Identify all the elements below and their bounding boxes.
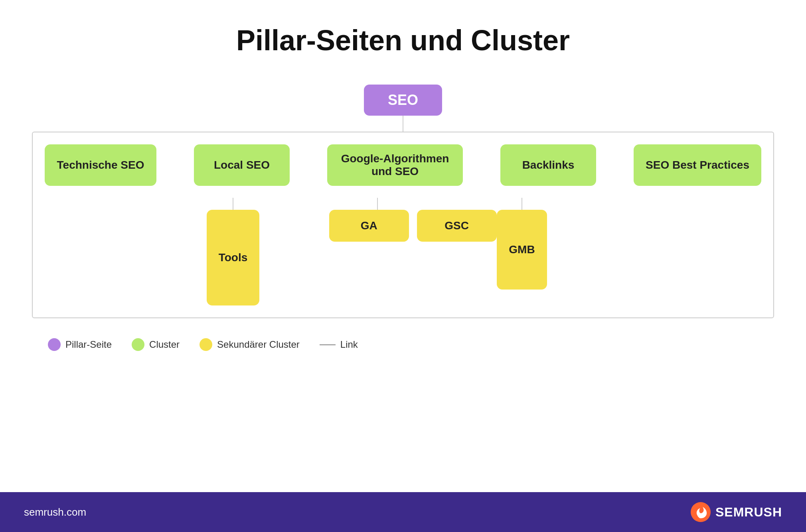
node-local-seo: Local SEO bbox=[194, 144, 290, 186]
local-seo-column: Tools bbox=[185, 198, 281, 305]
main-content: Pillar-Seiten und Cluster SEO Technische… bbox=[0, 0, 806, 492]
google-column: GA GSC bbox=[310, 198, 445, 305]
backlinks-connector-v bbox=[522, 198, 522, 210]
legend-cluster: Cluster bbox=[132, 338, 180, 351]
node-seo-best-practices: SEO Best Practices bbox=[634, 144, 761, 186]
backlinks-column: GMB bbox=[474, 198, 570, 305]
footer: semrush.com SEMRUSH bbox=[0, 492, 806, 532]
legend-dot-pillar bbox=[48, 338, 61, 351]
svg-point-0 bbox=[691, 502, 711, 522]
spacer-technische bbox=[45, 198, 156, 305]
root-node: SEO bbox=[364, 85, 442, 116]
footer-brand: SEMRUSH bbox=[715, 505, 782, 520]
node-ga: GA bbox=[329, 210, 409, 242]
node-technische-seo: Technische SEO bbox=[45, 144, 156, 186]
node-tools: Tools bbox=[207, 210, 260, 305]
page-title: Pillar-Seiten und Cluster bbox=[236, 24, 570, 57]
google-children: GA GSC bbox=[329, 210, 426, 242]
legend-dot-secondary bbox=[200, 338, 212, 351]
footer-logo: SEMRUSH bbox=[691, 502, 782, 522]
level2-row: Tools GA GSC bbox=[45, 198, 761, 305]
legend-dot-cluster bbox=[132, 338, 144, 351]
google-connector-v bbox=[377, 198, 378, 210]
legend-line-icon bbox=[320, 344, 336, 345]
root-connector bbox=[403, 116, 403, 132]
footer-url: semrush.com bbox=[24, 506, 86, 518]
legend: Pillar-Seite Cluster Sekundärer Cluster … bbox=[48, 338, 358, 351]
semrush-icon bbox=[691, 502, 711, 522]
level1-row: Technische SEO Local SEO Google-Algorith… bbox=[45, 144, 761, 186]
legend-sekundaerer-cluster: Sekundärer Cluster bbox=[200, 338, 300, 351]
node-backlinks: Backlinks bbox=[500, 144, 596, 186]
cluster-box: Technische SEO Local SEO Google-Algorith… bbox=[32, 132, 774, 318]
diagram-container: SEO Technische SEO Local SEO Google-Algo… bbox=[32, 85, 774, 351]
node-gmb: GMB bbox=[497, 210, 547, 290]
legend-pillar-seite: Pillar-Seite bbox=[48, 338, 112, 351]
local-connector-v bbox=[233, 198, 233, 210]
legend-link: Link bbox=[320, 339, 358, 350]
node-google-algorithmen: Google-Algorithmen und SEO bbox=[327, 144, 463, 186]
